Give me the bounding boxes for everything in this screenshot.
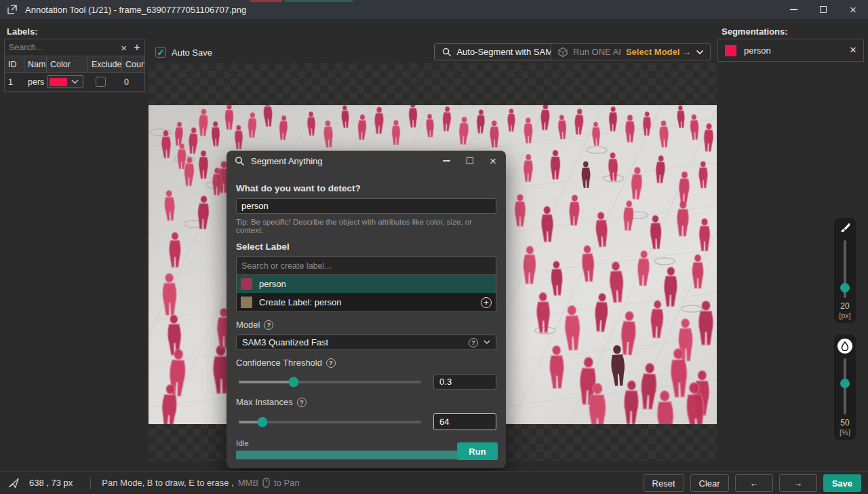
reset-button[interactable]: Reset — [644, 474, 684, 492]
confidence-slider-knob[interactable] — [288, 377, 298, 387]
segmentation-color-swatch — [725, 45, 736, 56]
next-frame-button[interactable]: → — [779, 474, 817, 492]
minimize-button[interactable] — [778, 0, 808, 19]
label-row-person[interactable]: 1 pers 0 — [5, 73, 144, 91]
labels-search-placeholder: Search... — [9, 43, 121, 52]
confidence-slider-track[interactable] — [239, 381, 421, 383]
col-color: Color — [47, 56, 88, 72]
dialog-title-bar[interactable]: Segment Anything × — [226, 151, 506, 171]
opacity-slider[interactable]: 50 [%] — [834, 335, 856, 440]
maximize-button[interactable] — [808, 0, 838, 19]
paintbrush-icon — [838, 222, 852, 235]
opacity-track[interactable] — [844, 358, 846, 415]
canvas-toolbar: ✓ Auto Save Auto-Segment with SAM Run ON… — [149, 42, 717, 62]
max-instances-value: 64 — [439, 417, 449, 427]
labels-panel: Search... × + ID Nam Color Exclude Count… — [4, 39, 145, 92]
max-instances-value-box[interactable]: 64 — [433, 413, 496, 430]
clear-search-icon[interactable]: × — [121, 42, 127, 54]
labels-heading: Labels: — [7, 26, 38, 37]
segmentations-heading: Segmentations: — [722, 26, 788, 37]
dialog-minimize-button[interactable] — [443, 160, 450, 162]
confidence-help-icon[interactable]: ? — [326, 358, 336, 368]
auto-segment-label: Auto-Segment with SAM — [456, 47, 553, 57]
option-label: Create Label: person — [259, 297, 481, 307]
label-option-create[interactable]: Create Label: person + — [237, 293, 496, 311]
opacity-value: 50 — [840, 418, 849, 428]
max-instances-slider-knob[interactable] — [257, 417, 267, 427]
col-name: Nam — [24, 56, 47, 72]
run-button[interactable]: Run — [457, 442, 498, 460]
mmb-hint: MMB — [238, 478, 258, 488]
max-instances-label: Max Instances — [236, 397, 293, 407]
window-title: Annotation Tool (1/21) - frame_639077770… — [25, 5, 246, 15]
status-bar: 638 , 73 px Pan Mode, B to draw, E to er… — [0, 471, 868, 494]
auto-segment-sam-button[interactable]: Auto-Segment with SAM — [434, 43, 561, 60]
select-model-link[interactable]: Select Model → — [626, 47, 691, 57]
chevron-down-icon — [484, 340, 490, 345]
cursor-coordinates: 638 , 73 px — [29, 478, 73, 488]
model-select[interactable]: SAM3 Quantized Fast ? — [236, 335, 496, 350]
option-color-swatch — [241, 297, 252, 308]
dialog-maximize-button[interactable] — [467, 157, 473, 164]
model-info-icon[interactable]: ? — [469, 338, 478, 347]
background-window-sliver-teal — [285, 0, 353, 2]
clear-button[interactable]: Clear — [690, 474, 729, 492]
detect-input[interactable]: person — [236, 198, 496, 214]
auto-save-label: Auto Save — [172, 48, 212, 58]
maximize-icon — [820, 6, 827, 13]
close-button[interactable]: × — [838, 0, 868, 19]
dialog-close-button[interactable]: × — [490, 155, 496, 167]
segmentations-panel: person × — [717, 39, 864, 62]
minimize-icon — [790, 9, 797, 10]
delete-segmentation-icon[interactable]: × — [850, 43, 856, 57]
auto-save-checkbox[interactable]: ✓ — [155, 47, 166, 58]
search-icon — [442, 48, 452, 57]
label-search-placeholder: Search or create label... — [241, 261, 332, 271]
detect-question-label: What do you want to detect? — [236, 183, 496, 193]
close-icon: × — [850, 4, 856, 16]
title-bar: Annotation Tool (1/21) - frame_639077770… — [0, 0, 868, 19]
model-label: Model — [236, 320, 260, 330]
cursor-position-icon — [8, 478, 20, 489]
max-instances-help-icon[interactable]: ? — [297, 398, 307, 407]
chevron-down-icon — [71, 79, 79, 84]
add-label-icon[interactable]: + — [134, 41, 140, 54]
col-count: Count — [122, 56, 144, 72]
detect-tip: Tip: Be specific! Describe the object wi… — [236, 218, 496, 234]
brush-size-track[interactable] — [844, 240, 846, 298]
label-color-swatch — [50, 78, 67, 86]
segmentation-label: person — [744, 45, 850, 56]
run-one-ai-label: Run ONE AI — [573, 47, 621, 57]
labels-table-header: ID Nam Color Exclude Count — [5, 56, 144, 73]
save-button[interactable]: Save — [823, 474, 861, 492]
opacity-knob[interactable] — [840, 379, 850, 388]
mouse-icon — [262, 478, 270, 488]
chevron-down-icon — [696, 50, 704, 55]
label-count: 0 — [121, 77, 129, 87]
segment-anything-dialog: Segment Anything × What do you want to d… — [226, 151, 506, 468]
option-label: person — [259, 279, 492, 289]
dialog-title: Segment Anything — [251, 156, 443, 166]
previous-frame-button[interactable]: ← — [735, 474, 773, 492]
exclude-checkbox[interactable] — [96, 77, 106, 87]
label-name[interactable]: pers — [24, 77, 47, 87]
segmentation-item-person[interactable]: person × — [718, 39, 863, 61]
confidence-value-box[interactable]: 0.3 — [433, 374, 496, 390]
annotation-tool-window: Annotation Tool (1/21) - frame_639077770… — [0, 0, 868, 494]
auto-save-toggle[interactable]: ✓ Auto Save — [155, 47, 212, 58]
label-search-input[interactable]: Search or create label... — [237, 257, 496, 275]
confidence-label: Confidence Threshold — [236, 358, 322, 368]
label-color-dropdown[interactable] — [47, 75, 83, 88]
brush-size-slider[interactable]: 20 [px] — [834, 218, 856, 323]
max-instances-slider-track[interactable] — [239, 421, 421, 423]
run-one-ai-group[interactable]: Run ONE AI Select Model → — [551, 43, 711, 60]
app-icon — [6, 3, 18, 16]
brush-size-knob[interactable] — [840, 283, 850, 292]
labels-search[interactable]: Search... × + — [5, 39, 144, 56]
brush-size-unit: [px] — [839, 311, 851, 320]
label-option-person[interactable]: person — [237, 275, 496, 293]
option-color-swatch — [241, 278, 252, 290]
model-help-icon[interactable]: ? — [264, 320, 273, 330]
create-label-plus-icon[interactable]: + — [481, 297, 492, 308]
label-select-box: Search or create label... person Create … — [236, 256, 496, 312]
